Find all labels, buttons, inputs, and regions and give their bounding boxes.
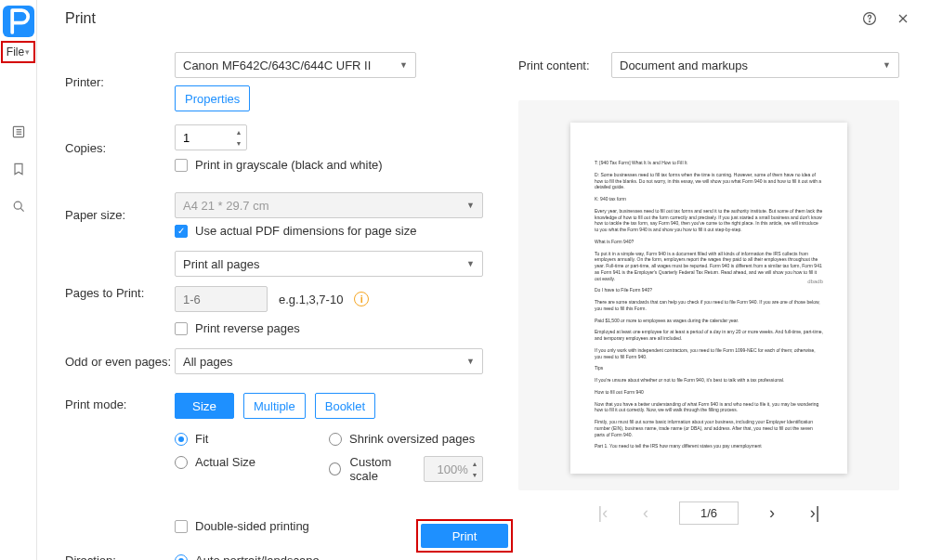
radio-selected-icon: [175, 554, 188, 561]
pages-to-print-label: Pages to Print:: [65, 286, 175, 300]
checkbox-unchecked-icon: [175, 159, 188, 172]
direction-auto-radio[interactable]: Auto portrait/landscape: [175, 553, 483, 560]
help-icon[interactable]: [858, 7, 881, 30]
thumbnails-icon[interactable]: [7, 121, 30, 143]
chevron-down-icon: ▼: [466, 357, 475, 366]
title-bar: Print: [37, 0, 929, 37]
bookmark-icon[interactable]: [7, 158, 30, 180]
radio-icon: [329, 462, 341, 475]
range-example-text: e.g.1,3,7-10: [279, 293, 343, 306]
print-mode-label: Print mode:: [65, 393, 175, 411]
file-menu[interactable]: File▾: [1, 41, 35, 63]
page-range-input[interactable]: [175, 286, 268, 312]
odd-even-select[interactable]: All pages▼: [175, 348, 483, 374]
use-actual-dims-checkbox[interactable]: ✓ Use actual PDF dimensions for page siz…: [175, 224, 483, 238]
custom-scale-input: [432, 462, 473, 476]
svg-line-5: [20, 208, 23, 211]
radio-icon: [329, 433, 342, 446]
fit-radio[interactable]: Fit: [175, 432, 329, 446]
pages-to-print-select[interactable]: Print all pages▼: [175, 251, 483, 277]
preview-pane: Print content: Document and markups▼ T: …: [502, 37, 929, 519]
footer: Print: [0, 519, 929, 553]
svg-point-4: [14, 202, 21, 209]
stepper-up-icon[interactable]: ▲: [233, 126, 244, 137]
mode-booklet-button[interactable]: Booklet: [315, 393, 375, 419]
stepper-down-icon[interactable]: ▼: [233, 137, 244, 149]
stepper-down-icon[interactable]: ▼: [469, 469, 480, 480]
mode-size-button[interactable]: Size: [175, 393, 234, 419]
printer-label: Printer:: [65, 75, 175, 89]
chevron-down-icon: ▼: [466, 259, 475, 268]
copies-input[interactable]: [183, 131, 228, 145]
direction-label: Direction:: [65, 553, 175, 560]
actual-size-radio[interactable]: Actual Size: [175, 455, 329, 469]
reverse-pages-checkbox[interactable]: Print reverse pages: [175, 321, 483, 335]
close-icon[interactable]: [892, 7, 914, 30]
properties-button[interactable]: Properties: [175, 85, 250, 111]
watermark: dbadb: [807, 278, 823, 285]
print-content-select[interactable]: Document and markups▼: [611, 52, 899, 78]
mode-multiple-button[interactable]: Multiple: [243, 393, 306, 419]
app-logo-icon: [3, 6, 34, 37]
print-content-label: Print content:: [518, 59, 611, 72]
chevron-down-icon: ▾: [25, 47, 30, 57]
stepper-up-icon[interactable]: ▲: [469, 458, 480, 469]
print-settings-pane: Printer: Canon MF642C/643C/644C UFR II▼ …: [37, 37, 502, 519]
search-icon[interactable]: [7, 195, 30, 217]
file-menu-label: File: [7, 46, 24, 59]
dialog-title: Print: [65, 10, 96, 27]
chevron-down-icon: ▼: [883, 60, 891, 70]
preview-area: T: [940 Tax Form] What It Is and How to …: [518, 100, 899, 490]
shrink-radio[interactable]: Shrink oversized pages: [329, 432, 483, 446]
odd-even-label: Odd or even pages:: [65, 355, 175, 369]
page-preview: T: [940 Tax Form] What It Is and How to …: [570, 123, 847, 474]
checkbox-checked-icon: ✓: [175, 225, 188, 238]
paper-size-select[interactable]: A4 21 * 29.7 cm▼: [175, 192, 483, 218]
info-icon[interactable]: i: [354, 292, 369, 306]
grayscale-checkbox[interactable]: Print in grayscale (black and white): [175, 158, 383, 172]
custom-scale-radio[interactable]: Custom scale ▲▼: [329, 455, 483, 483]
print-button[interactable]: Print: [421, 524, 508, 548]
print-button-highlight: Print: [416, 519, 513, 553]
left-rail: File▾: [0, 0, 37, 560]
copies-label: Copies:: [65, 141, 175, 155]
svg-point-7: [870, 21, 870, 22]
copies-stepper[interactable]: ▲▼: [175, 124, 247, 150]
chevron-down-icon: ▼: [466, 201, 475, 210]
paper-size-label: Paper size:: [65, 208, 175, 222]
radio-icon: [175, 456, 188, 469]
chevron-down-icon: ▼: [399, 60, 408, 70]
printer-select[interactable]: Canon MF642C/643C/644C UFR II▼: [175, 52, 416, 78]
custom-scale-stepper[interactable]: ▲▼: [424, 456, 483, 482]
checkbox-unchecked-icon: [175, 322, 188, 335]
radio-selected-icon: [175, 433, 188, 446]
